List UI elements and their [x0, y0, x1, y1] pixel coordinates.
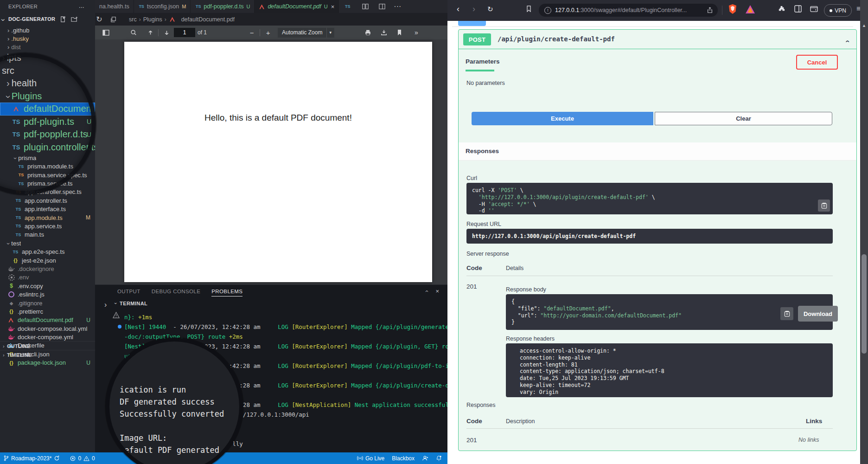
bookmark-icon[interactable] [526, 6, 531, 12]
breadcrumb[interactable]: src › Plugins › defaultDocument.pdf [129, 16, 235, 23]
file-row[interactable]: TSmain.ts [0, 231, 95, 239]
file-row[interactable]: ›.github [0, 26, 95, 34]
file-row[interactable]: TSplugin.controller.tsU [0, 141, 95, 154]
download-button[interactable]: Download [798, 306, 838, 322]
close-icon[interactable]: × [331, 3, 335, 10]
file-row[interactable]: TSpdf-poppler.d.tsU [0, 128, 95, 141]
file-row[interactable]: $.env.copy [0, 282, 95, 290]
url-bar[interactable]: ! 127.0.0.1:3000/swagger#/default/Plugin… [539, 4, 718, 17]
file-row[interactable]: ›.husky [0, 34, 95, 43]
collapse-chevron-icon[interactable]: › [842, 40, 851, 42]
blackbox-button[interactable]: Blackbox [392, 455, 415, 462]
reload-icon[interactable]: ↻ [487, 5, 493, 13]
forward-icon[interactable]: › [472, 4, 475, 14]
print-icon[interactable] [363, 27, 373, 38]
file-row[interactable]: docker-compose.local.yml [0, 324, 95, 333]
go-live-button[interactable]: Go Live [357, 455, 384, 462]
zoom-out-icon[interactable]: − [247, 27, 257, 38]
file-row[interactable]: TSprisma.module.ts [0, 162, 95, 171]
explorer-more-icon[interactable]: ... [79, 2, 84, 9]
search-icon[interactable] [128, 27, 139, 38]
scrollbar-thumb[interactable] [862, 254, 867, 354]
file-row[interactable]: TSapp.interface.ts [0, 205, 95, 213]
account-icon[interactable] [422, 455, 428, 461]
brave-shield-icon[interactable] [728, 4, 737, 15]
panel-tab-output[interactable]: OUTPUT [117, 289, 140, 296]
sidebar-section-outline[interactable]: › OUTLINE [0, 341, 95, 350]
file-row[interactable]: docker-compose.yml [0, 333, 95, 341]
breadcrumb-item[interactable]: defaultDocument.pdf [181, 16, 235, 23]
file-row[interactable]: ›health [0, 77, 95, 90]
file-row[interactable]: TSpdf-plugin.tsU [0, 116, 95, 129]
sidebar-section-timeline[interactable]: › TIMELINE [0, 350, 95, 359]
previous-page-icon[interactable] [145, 27, 155, 38]
new-folder-icon[interactable] [71, 16, 79, 24]
editor-tab[interactable]: defaultDocument.pdfU× [255, 0, 339, 13]
collapse-folders-icon[interactable] [108, 14, 119, 25]
file-row[interactable]: TSapp.controller.ts [0, 196, 95, 205]
bookmark-icon[interactable] [395, 27, 405, 38]
extension-triangle-icon[interactable] [745, 5, 755, 14]
bell-icon[interactable] [436, 455, 442, 462]
opblock-header[interactable]: POST /api/plugin/create-default-pdf › [459, 30, 856, 49]
file-row[interactable]: TSapp.module.tsM [0, 213, 95, 222]
editor-tab[interactable]: na.health.ts [95, 0, 134, 13]
split-editor-icon[interactable] [360, 1, 370, 12]
file-row[interactable]: .eslintrc.js [0, 290, 95, 298]
file-row[interactable]: src [0, 64, 95, 77]
copy-icon[interactable] [818, 200, 830, 212]
file-row[interactable]: .env [0, 273, 95, 282]
file-row[interactable]: .dockerignore [0, 264, 95, 273]
panel-close-icon[interactable]: × [435, 288, 439, 295]
cancel-button[interactable]: Cancel [796, 55, 838, 70]
execute-button[interactable]: Execute [472, 112, 653, 125]
refresh-icon[interactable]: ↻ [94, 14, 104, 25]
file-row[interactable]: defaultDocument.pdfU [0, 316, 95, 324]
sync-icon[interactable] [54, 455, 60, 461]
file-row[interactable]: ›ipts [0, 52, 95, 64]
file-row[interactable]: TSapp.e2e-spec.ts [0, 247, 95, 256]
file-row[interactable]: ›prisma [0, 154, 95, 162]
download-icon[interactable] [379, 27, 389, 38]
page-number-input[interactable] [174, 28, 195, 37]
scrollbar[interactable]: ▲ [860, 0, 868, 464]
editor-tab[interactable]: TStsconfig.jsonM [134, 0, 191, 13]
curl-command[interactable]: curl -X 'POST' \ 'http://127.0.0.1:3000/… [466, 183, 833, 214]
vpn-button[interactable]: VPN [824, 4, 852, 17]
panel-collapse-icon[interactable]: › [423, 290, 430, 292]
file-row[interactable]: ›Plugins [0, 90, 95, 103]
terminal-header[interactable]: › TERMINAL [115, 301, 147, 306]
problems-indicator[interactable]: 0 0 [70, 455, 95, 462]
panel-maximize-icon[interactable]: › [104, 301, 107, 309]
zoom-select[interactable]: Automatic Zoom ▾ [278, 28, 334, 38]
sidebar-toggle-icon[interactable] [794, 5, 802, 13]
wallet-icon[interactable] [810, 5, 818, 12]
extensions-puzzle-icon[interactable] [778, 5, 785, 13]
file-row[interactable]: defaultDocument.pdf [0, 103, 95, 116]
panel-tab-problems[interactable]: PROBLEMS [211, 289, 243, 296]
share-icon[interactable] [707, 7, 713, 13]
breadcrumb-item[interactable]: Plugins [143, 16, 162, 23]
breadcrumb-item[interactable]: src [129, 16, 137, 23]
clear-button[interactable]: Clear [655, 112, 832, 125]
project-header[interactable]: › DOC-GENERATOR [0, 14, 95, 25]
file-row[interactable]: {}package-lock.jsonU [0, 359, 95, 367]
panel-tab-debug-console[interactable]: DEBUG CONSOLE [152, 289, 201, 296]
layout-icon[interactable] [377, 1, 387, 12]
editor-tab[interactable]: TSpdf-poppler.d.tsU [191, 0, 255, 13]
file-row[interactable]: TSprisma.service.spec.ts [0, 171, 95, 179]
toolbar-more-icon[interactable]: » [411, 27, 421, 38]
next-page-icon[interactable] [161, 27, 172, 38]
scroll-up-icon[interactable]: ▲ [862, 23, 866, 28]
file-row[interactable]: TSapp.service.ts [0, 222, 95, 230]
toggle-sidebar-icon[interactable] [101, 27, 111, 38]
branch-indicator[interactable]: Roadmap-2023* [4, 455, 60, 462]
zoom-in-icon[interactable]: + [263, 27, 273, 38]
new-file-icon[interactable] [59, 16, 68, 24]
file-row[interactable]: {}.prettierrc [0, 307, 95, 316]
copy-icon[interactable] [780, 307, 793, 320]
site-info-icon[interactable]: ! [544, 7, 551, 14]
more-actions-icon[interactable]: ··· [394, 2, 401, 11]
back-icon[interactable]: ‹ [457, 4, 460, 14]
file-row[interactable]: TSapp.controller.spec.ts [0, 188, 95, 196]
